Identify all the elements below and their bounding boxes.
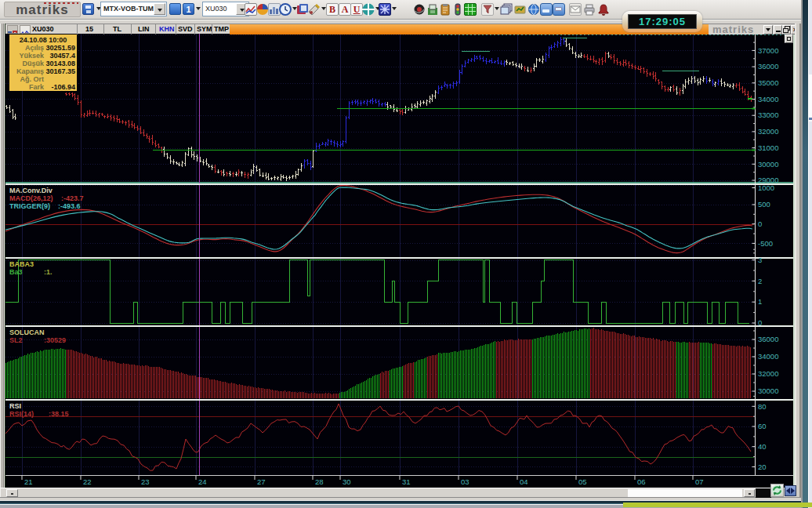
- svg-text::38.15: :38.15: [49, 410, 69, 418]
- svg-text:3: 3: [758, 256, 762, 264]
- svg-text:MA.Conv.Div: MA.Conv.Div: [9, 187, 53, 194]
- svg-text:Ba3: Ba3: [9, 268, 23, 276]
- svg-text:30: 30: [343, 477, 351, 486]
- svg-text:37000: 37000: [758, 46, 778, 55]
- svg-text::1.: :1.: [44, 268, 53, 276]
- svg-text:BABA3: BABA3: [9, 260, 34, 268]
- svg-text:35000: 35000: [758, 78, 778, 87]
- svg-text:32000: 32000: [758, 369, 778, 378]
- svg-text:80: 80: [758, 402, 767, 411]
- svg-text:06: 06: [637, 477, 646, 486]
- svg-text:30000: 30000: [758, 160, 778, 169]
- svg-text:SL2: SL2: [9, 336, 23, 344]
- svg-text:40: 40: [758, 442, 767, 451]
- svg-text:TRIGGER(9): TRIGGER(9): [9, 202, 50, 210]
- svg-text:MACD(26,12): MACD(26,12): [9, 194, 53, 202]
- svg-text::30529: :30529: [44, 336, 66, 344]
- svg-text:23: 23: [141, 477, 150, 486]
- svg-text:03: 03: [461, 477, 469, 486]
- svg-text:05: 05: [578, 477, 587, 486]
- svg-text:21: 21: [24, 477, 33, 486]
- svg-text:RSI: RSI: [9, 402, 21, 410]
- svg-text::-423.7: :-423.7: [61, 194, 84, 202]
- svg-text:500: 500: [758, 200, 770, 209]
- svg-text:31: 31: [402, 477, 411, 486]
- svg-text:SOLUCAN: SOLUCAN: [9, 328, 45, 336]
- svg-text:07: 07: [695, 477, 704, 486]
- svg-text::-493.6: :-493.6: [58, 202, 81, 210]
- svg-text:20: 20: [758, 463, 767, 471]
- svg-text:24: 24: [198, 477, 207, 486]
- svg-text:0: 0: [758, 220, 762, 228]
- svg-text:04: 04: [520, 477, 528, 486]
- svg-text:27: 27: [257, 477, 266, 486]
- svg-text:-500: -500: [758, 239, 773, 248]
- svg-text:1000: 1000: [758, 183, 774, 192]
- svg-text:33000: 33000: [758, 111, 778, 119]
- svg-text:30000: 30000: [758, 386, 778, 395]
- svg-text:31000: 31000: [758, 143, 778, 152]
- svg-text:2: 2: [758, 277, 762, 285]
- svg-text:22: 22: [83, 477, 92, 486]
- svg-text:32000: 32000: [758, 127, 778, 136]
- svg-text:0: 0: [758, 318, 762, 327]
- svg-text:RSI(14): RSI(14): [9, 410, 34, 418]
- svg-text:36000: 36000: [758, 62, 778, 71]
- svg-text:60: 60: [758, 422, 767, 430]
- svg-text:28: 28: [315, 477, 324, 486]
- svg-text:1: 1: [758, 297, 762, 306]
- svg-text:36000: 36000: [758, 335, 778, 343]
- svg-text:34000: 34000: [758, 352, 778, 361]
- svg-text:34000: 34000: [758, 95, 778, 103]
